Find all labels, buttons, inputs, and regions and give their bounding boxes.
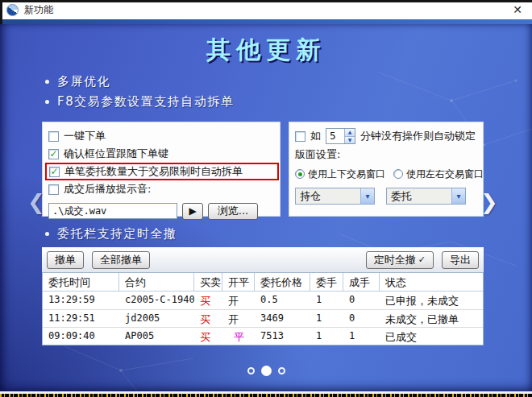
browse-button[interactable]: 浏览... [208,203,258,220]
col-header: 买卖 [194,273,222,292]
carousel-dot[interactable] [278,367,285,374]
bullet-dot-icon [45,80,49,84]
minutes-value[interactable]: 5 [326,129,344,143]
export-button[interactable]: 导出 [442,251,479,269]
cancel-all-button[interactable]: 全部撤单 [92,251,150,269]
order-qty: 1 [310,327,343,345]
order-status: 已申报，未成交 [380,292,483,309]
bullet-multiscreen-label: 多屏优化 [57,74,110,89]
checkbox-label: 成交后播放提示音: [64,182,151,196]
checkbox-autosplit-row: ✓ 单笔委托数量大于交易限制时自动拆单 [48,163,274,180]
orders-toolbar: 撤单 全部撤单 定时全撤 ✓ 导出 [42,247,484,272]
radio-leftright-windows[interactable]: 使用左右交易窗口 [393,167,484,181]
check-glyph: ✓ [50,167,58,176]
order-row[interactable]: 11:29:51 jd2005 买 开 3469 1 0 未成交，已撤单 [43,309,483,327]
page-title: 其他更新 [0,34,532,67]
position-dropdown[interactable]: 持仓 ▾ [295,188,375,205]
order-contract: c2005-C-1940 [119,292,194,309]
screen-edge-top [0,0,532,2]
col-header: 开平 [222,273,255,292]
col-header: 合约 [119,273,194,292]
radio-label: 使用左右交易窗口 [406,167,484,181]
order-time: 09:09:40 [43,327,119,345]
trade-settings-panel: 一键下单 ✓ 确认框位置跟随下单键 ✓ 单笔委托数量大于交易限制时自动拆单 成交… [42,122,281,217]
order-price: 0.5 [255,292,310,309]
order-offset: 开 [222,309,255,327]
play-sound-button[interactable]: ▶ [182,203,203,220]
dialog-titlebar: 新功能 ✕ [0,0,532,19]
checkbox-label: 确认框位置跟随下单键 [64,147,168,161]
chevron-down-icon[interactable]: ▾ [451,188,465,204]
carousel-next-icon[interactable]: ❯ [480,192,498,213]
order-price: 7513 [255,327,310,345]
order-price: 3469 [255,309,310,327]
order-time: 11:29:51 [43,309,119,327]
close-icon[interactable]: ✕ [513,4,522,15]
screen-edge-left [0,0,2,24]
minutes-stepper[interactable]: 5 ▲ ▼ [326,128,355,144]
orders-table-header: 委托时间 合约 买卖 开平 委托价格 委手 成手 状态 [43,273,483,292]
checkbox-unchecked-icon[interactable] [48,184,59,195]
order-filled: 1 [343,327,380,345]
stepper-down-icon[interactable]: ▼ [345,136,355,144]
carousel-dot-active[interactable] [261,366,272,376]
carousel-dot[interactable] [247,367,255,374]
order-status: 未成交，已撤单 [380,309,483,327]
bullet-f8-label: F8交易参数设置支持自动拆单 [57,94,234,110]
bullet-dot-icon [45,232,49,236]
order-side: 买 [194,309,222,327]
dialog-body: 其他更新 多屏优化 F8交易参数设置支持自动拆单 一键下单 ✓ 确认框位置跟随下… [0,24,532,391]
sound-file-input[interactable] [48,203,177,219]
col-header: 委托时间 [43,273,119,292]
new-features-dialog: 新功能 ✕ 其他更新 多屏优化 F8交易参数设置支持自动拆单 [0,0,532,397]
window-content-dropdowns: 持仓 ▾ 委托 ▾ [295,188,477,205]
order-row[interactable]: 09:09:40 AP005 买 平 7513 1 1 已成交 [43,327,483,345]
carousel-prev-icon[interactable]: ❮ [27,192,45,213]
orders-table: 委托时间 合约 买卖 开平 委托价格 委手 成手 状态 13:29:59 c20… [42,272,484,345]
stepper-arrows: ▲ ▼ [344,129,355,143]
order-side: 买 [194,292,222,309]
order-row[interactable]: 13:29:59 c2005-C-1940 买 开 0.5 1 0 已申报，未成… [43,292,483,309]
stepper-up-icon[interactable]: ▲ [345,129,355,136]
order-dropdown[interactable]: 委托 ▾ [386,188,466,205]
radio-unselected-icon[interactable] [393,169,403,179]
bullet-f8-autosplit: F8交易参数设置支持自动拆单 [45,94,234,110]
order-dropdown-value: 委托 [387,188,451,204]
checkbox-label: 一键下单 [64,129,106,143]
checkbox-unchecked-icon[interactable] [48,131,59,142]
sound-file-row: ▶ 浏览... [48,201,274,221]
position-dropdown-value: 持仓 [296,188,360,204]
window-title: 新功能 [24,3,53,17]
order-offset: 开 [222,292,255,309]
checkbox-one-key-order[interactable]: 一键下单 [48,127,274,145]
order-qty: 1 [310,292,343,309]
auto-lock-prefix: 如 [310,129,321,143]
order-time: 13:29:59 [43,292,119,309]
checkbox-confirm-follow[interactable]: ✓ 确认框位置跟随下单键 [48,145,274,163]
radio-updown-windows[interactable]: 使用上下交易窗口 [295,167,385,181]
underlying-chart-ticks [0,394,532,397]
order-contract: jd2005 [119,309,194,327]
col-header: 委手 [310,273,343,292]
radio-selected-icon[interactable] [295,169,305,179]
cancel-order-button[interactable]: 撤单 [47,251,84,269]
checkbox-play-sound[interactable]: 成交后播放提示音: [48,180,274,198]
checkbox-checked-icon[interactable]: ✓ [48,149,59,159]
col-header: 状态 [380,273,483,292]
layout-settings-panel: 如 5 ▲ ▼ 分钟没有操作则自动锁定 版面设置: 使用上下交易窗口 [289,122,484,217]
orders-table-body: 13:29:59 c2005-C-1940 买 开 0.5 1 0 已申报，未成… [43,292,483,345]
checkbox-unchecked-icon[interactable] [295,131,305,142]
timed-cancel-label: 定时全撤 [374,253,416,267]
radio-label: 使用上下交易窗口 [308,167,385,181]
order-side: 买 [194,327,222,345]
chevron-down-icon[interactable]: ▾ [360,188,374,204]
layout-radio-group: 使用上下交易窗口 使用左右交易窗口 [295,164,477,184]
auto-lock-suffix: 分钟没有操作则自动锁定 [360,129,476,143]
checkbox-checked-icon[interactable]: ✓ [49,167,60,177]
col-header: 委托价格 [255,273,310,292]
order-contract: AP005 [119,327,194,345]
bullet-timed-cancel: 委托栏支持定时全撤 [45,226,177,242]
timed-cancel-all-button[interactable]: 定时全撤 ✓ [366,251,434,269]
check-glyph: ✓ [49,150,57,158]
red-highlight-box[interactable]: ✓ 单笔委托数量大于交易限制时自动拆单 [45,163,279,180]
